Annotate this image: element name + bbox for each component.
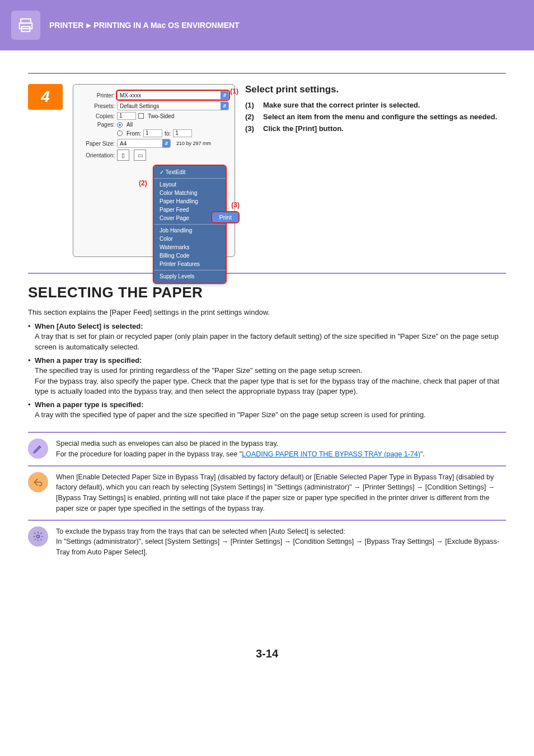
menu-item[interactable]: Layout <box>154 180 226 189</box>
note1-line2b: ". <box>420 450 425 458</box>
bullet-body: The specified tray is used for printing … <box>35 366 506 398</box>
note-tip: Special media such as envelopes can also… <box>28 432 506 465</box>
step-number-badge: 4 <box>28 84 63 110</box>
page-number: 3-14 <box>28 647 506 660</box>
print-dialog-screenshot: Printer: MX-xxxx⇵ Presets: Default Setti… <box>73 84 235 257</box>
menu-item[interactable]: Color Matching <box>154 189 226 197</box>
bullet-title: When a paper type is specified: <box>35 400 506 409</box>
paper-size-select[interactable]: A4⇵ <box>117 139 171 148</box>
gear-icon <box>28 526 48 547</box>
breadcrumb-arrow: ► <box>85 21 92 30</box>
two-sided-label: Two-Sided <box>148 113 174 119</box>
pages-all-radio[interactable] <box>117 122 123 128</box>
menu-item[interactable]: TextEdit <box>154 168 226 176</box>
pages-all-label: All <box>127 122 133 128</box>
copies-label: Copies: <box>79 113 115 119</box>
step-item-text: Select an item from the menu and configu… <box>263 113 497 121</box>
note-restriction: When [Enable Detected Paper Size in Bypa… <box>28 465 506 520</box>
menu-item[interactable]: Paper Handling <box>154 197 226 206</box>
note3-line2: In "Settings (administrator)", select [S… <box>56 538 499 556</box>
section-lead: This section explains the [Paper Feed] s… <box>28 308 506 316</box>
pages-range-radio[interactable] <box>117 130 123 136</box>
printer-value: MX-xxxx <box>120 92 141 99</box>
paper-size-value: A4 <box>120 141 127 147</box>
orientation-landscape[interactable]: ▭ <box>134 150 146 161</box>
divider <box>28 73 506 74</box>
pen-icon <box>28 438 48 459</box>
printer-icon <box>11 11 40 40</box>
menu-item[interactable]: Billing Code <box>154 251 226 260</box>
step-4: 4 Printer: MX-xxxx⇵ Presets: Default Set… <box>28 84 506 257</box>
callout-2: (2) <box>139 179 147 187</box>
two-sided-checkbox[interactable] <box>138 113 144 119</box>
bullet-title: When [Auto Select] is selected: <box>35 322 506 330</box>
page-header: PRINTER ► PRINTING IN A Mac OS ENVIRONME… <box>0 0 534 50</box>
print-button[interactable]: Print <box>212 212 238 222</box>
note1-line2a: For the procedure for loading paper in t… <box>56 450 242 458</box>
svg-point-3 <box>37 535 40 538</box>
step-item-num: (1) <box>245 101 260 109</box>
breadcrumb-section: PRINTING IN A Mac OS ENVIRONMENT <box>93 21 239 30</box>
bullet-body: A tray with the specified type of paper … <box>35 410 506 421</box>
chevron-updown-icon: ⇵ <box>221 91 228 99</box>
callout-1: (1) <box>230 87 238 95</box>
back-arrow-icon <box>28 472 48 492</box>
bullet-list: When [Auto Select] is selected:A tray th… <box>28 322 506 421</box>
section-title: SELECTING THE PAPER <box>28 284 506 301</box>
bypass-tray-link[interactable]: LOADING PAPER INTO THE BYPASS TRAY (page… <box>242 450 420 458</box>
from-input[interactable]: 1 <box>143 129 162 137</box>
menu-item[interactable]: Printer Features <box>154 260 226 268</box>
note1-line1: Special media such as envelopes can also… <box>56 440 278 447</box>
bullet-title: When a paper tray is specified: <box>35 356 506 365</box>
chevron-updown-icon: ⇵ <box>221 102 228 110</box>
menu-item[interactable]: Job Handling <box>154 226 226 235</box>
step-item-num: (2) <box>245 113 260 121</box>
copies-input[interactable]: 1 <box>117 112 136 120</box>
printer-label: Printer: <box>79 92 115 99</box>
printer-select[interactable]: MX-xxxx⇵ <box>117 91 229 100</box>
orientation-portrait[interactable]: ▯ <box>117 150 129 161</box>
settings-menu-popup[interactable]: TextEdit Layout Color Matching Paper Han… <box>154 166 226 283</box>
note-settings: To exclude the bypass tray from the tray… <box>28 520 506 563</box>
note2-text: When [Enable Detected Paper Size in Bypa… <box>56 472 506 514</box>
pages-label: Pages: <box>79 122 115 128</box>
paper-size-label: Paper Size: <box>79 141 115 147</box>
step-item-text: Click the [Print] button. <box>263 124 344 133</box>
breadcrumb-printer: PRINTER <box>49 21 83 30</box>
divider <box>28 273 506 274</box>
from-label: From: <box>127 130 141 137</box>
paper-size-dim: 210 by 297 mm <box>176 141 211 146</box>
to-input[interactable]: 1 <box>173 129 192 137</box>
chevron-updown-icon: ⇵ <box>162 139 170 147</box>
svg-rect-0 <box>21 19 31 24</box>
note3-line1: To exclude the bypass tray from the tray… <box>56 528 345 535</box>
step-title: Select print settings. <box>245 84 506 95</box>
presets-select[interactable]: Default Settings⇵ <box>117 101 229 110</box>
to-label: to: <box>165 130 171 137</box>
menu-item[interactable]: Supply Levels <box>154 272 226 281</box>
presets-label: Presets: <box>79 103 115 109</box>
menu-item[interactable]: Watermarks <box>154 243 226 251</box>
menu-item[interactable]: Color <box>154 235 226 243</box>
orientation-label: Orientation: <box>79 152 115 158</box>
presets-value: Default Settings <box>120 103 160 109</box>
bullet-body: A tray that is set for plain or recycled… <box>35 332 506 353</box>
step-item-text: Make sure that the correct printer is se… <box>263 101 420 109</box>
step-item-num: (3) <box>245 124 260 133</box>
callout-3: (3) <box>231 201 240 209</box>
